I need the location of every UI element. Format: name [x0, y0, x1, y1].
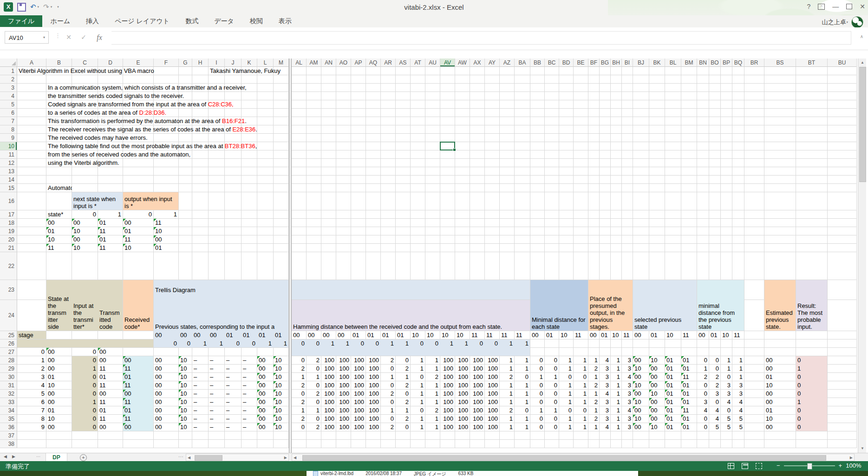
cell-BF32[interactable]: 1	[588, 390, 600, 398]
cell-BJ25[interactable]: 00	[633, 331, 649, 339]
cell-BG29[interactable]: 3	[600, 365, 611, 373]
cell-BL25[interactable]: 10	[665, 331, 681, 339]
cell-BE29[interactable]: 1	[574, 365, 588, 373]
cell-AX30[interactable]: 100	[470, 373, 485, 381]
page-layout-view-icon[interactable]	[739, 462, 751, 470]
cell-AU31[interactable]: 1	[425, 381, 440, 390]
cell-AZ25[interactable]: 11	[500, 331, 515, 339]
cell-BB31[interactable]: 0	[530, 381, 545, 390]
cell-BH31[interactable]: 1	[611, 381, 622, 390]
header-minimal-distance[interactable]: Minimal distance for each state	[530, 280, 588, 331]
cell-AU28[interactable]: 1	[425, 356, 440, 365]
cell-BP31[interactable]: 3	[721, 381, 732, 390]
col-header-AZ[interactable]: AZ	[500, 59, 515, 67]
cell-AX31[interactable]: 100	[470, 381, 485, 390]
cell-BQ28[interactable]: 1	[732, 356, 744, 365]
cell-AZ29[interactable]: 1	[500, 365, 515, 373]
ribbon-tab-0[interactable]: ファイル	[0, 15, 42, 27]
sheet-tab-dp[interactable]: DP	[46, 453, 67, 462]
cell-BF31[interactable]: 2	[588, 381, 600, 390]
cell-AL25[interactable]: 00	[292, 331, 307, 339]
cell-BD33[interactable]: 1	[559, 398, 574, 406]
cell-AT32[interactable]: 1	[411, 390, 425, 398]
cell-AO33[interactable]: 100	[336, 398, 351, 406]
cell-BL29[interactable]: 01	[665, 365, 681, 373]
cell-AO35[interactable]: 100	[336, 415, 351, 423]
cell-BI32[interactable]: 3	[622, 390, 633, 398]
cell-AX33[interactable]: 100	[470, 398, 485, 406]
ribbon-display-options-icon[interactable]: ^	[818, 4, 825, 10]
vertical-scrollbar[interactable]: ▲▼	[858, 59, 866, 453]
cell-AS26[interactable]: 1	[396, 339, 411, 348]
cell-BI30[interactable]: 4	[622, 373, 633, 381]
cell-AP32[interactable]: 100	[351, 390, 366, 398]
name-box-caret-icon[interactable]: ▾	[40, 31, 48, 44]
cell-AS32[interactable]: 0	[396, 390, 411, 398]
cell-BN29[interactable]: 1	[697, 365, 709, 373]
ribbon-tab-1[interactable]: ホーム	[42, 15, 78, 27]
cell-AZ31[interactable]: 1	[500, 381, 515, 390]
cell-BF25[interactable]: 00	[588, 331, 600, 339]
col-header-BK[interactable]: BK	[649, 59, 665, 67]
cell-AV35[interactable]: 100	[440, 415, 455, 423]
cell-AP26[interactable]: 0	[351, 339, 366, 348]
zoom-in-icon[interactable]: +	[839, 462, 842, 469]
cell-BH30[interactable]: 1	[611, 373, 622, 381]
cell-BF29[interactable]: 2	[588, 365, 600, 373]
cell-BC34[interactable]: 1	[545, 406, 559, 415]
cell-BB34[interactable]: 1	[530, 406, 545, 415]
cell-BN28[interactable]: 0	[697, 356, 709, 365]
cell-BP35[interactable]: 5	[721, 415, 732, 423]
cell-BF36[interactable]: 1	[588, 423, 600, 431]
cell-AP34[interactable]: 100	[351, 406, 366, 415]
cell-AO28[interactable]: 100	[336, 356, 351, 365]
user-caret-icon[interactable]: ▾	[846, 20, 848, 24]
cell-BJ31[interactable]: 10	[633, 381, 649, 390]
cell-BK28[interactable]: 10	[649, 356, 665, 365]
cell-AL30[interactable]: 1	[292, 373, 307, 381]
col-header-BL[interactable]: BL	[665, 59, 681, 67]
cell-AM31[interactable]: 0	[307, 381, 321, 390]
cell-AN29[interactable]: 100	[321, 365, 336, 373]
cell-BT29[interactable]: 1	[796, 365, 828, 373]
cell-BL35[interactable]: 01	[665, 415, 681, 423]
cell-BM28[interactable]: 01	[681, 356, 697, 365]
cell-AS30[interactable]: 1	[396, 373, 411, 381]
right-pane-hscrollbar[interactable]: ◀▶	[292, 454, 855, 461]
cell-BB30[interactable]: 1	[530, 373, 545, 381]
col-header-BN[interactable]: BN	[697, 59, 709, 67]
cell-AV28[interactable]: 100	[440, 356, 455, 365]
cell-BQ30[interactable]: 1	[732, 373, 744, 381]
cell-BM36[interactable]: 01	[681, 423, 697, 431]
sheet-nav-left-icon[interactable]: ◀	[4, 454, 7, 459]
cell-AL34[interactable]: 1	[292, 406, 307, 415]
cell-BO31[interactable]: 2	[709, 381, 721, 390]
cell-BN25[interactable]: 00	[697, 331, 709, 339]
cell-AX35[interactable]: 100	[470, 415, 485, 423]
cell-BM32[interactable]: 01	[681, 390, 697, 398]
cell-AX34[interactable]: 100	[470, 406, 485, 415]
cell-BK30[interactable]: 00	[649, 373, 665, 381]
cell-BK25[interactable]: 01	[649, 331, 665, 339]
cell-AX36[interactable]: 100	[470, 423, 485, 431]
cell-AM35[interactable]: 0	[307, 415, 321, 423]
cell-BN35[interactable]: 0	[697, 415, 709, 423]
cell-AN33[interactable]: 100	[321, 398, 336, 406]
cell-BS34[interactable]: 01	[764, 406, 796, 415]
cell-AN28[interactable]: 100	[321, 356, 336, 365]
cell-AZ33[interactable]: 1	[500, 398, 515, 406]
cell-BC29[interactable]: 0	[545, 365, 559, 373]
cell-BA32[interactable]: 1	[515, 390, 530, 398]
cell-BB25[interactable]: 00	[530, 331, 545, 339]
cell-BM30[interactable]: 11	[681, 373, 697, 381]
cell-BC31[interactable]: 0	[545, 381, 559, 390]
col-header-BR[interactable]: BR	[744, 59, 764, 67]
zoom-slider[interactable]	[784, 465, 835, 466]
col-header-BO[interactable]: BO	[709, 59, 721, 67]
cell-AU36[interactable]: 1	[425, 423, 440, 431]
cell-BL34[interactable]: 01	[665, 406, 681, 415]
cell-AR30[interactable]: 1	[381, 373, 396, 381]
cell-AM36[interactable]: 2	[307, 423, 321, 431]
cell-BC30[interactable]: 1	[545, 373, 559, 381]
col-header-BB[interactable]: BB	[530, 59, 545, 67]
